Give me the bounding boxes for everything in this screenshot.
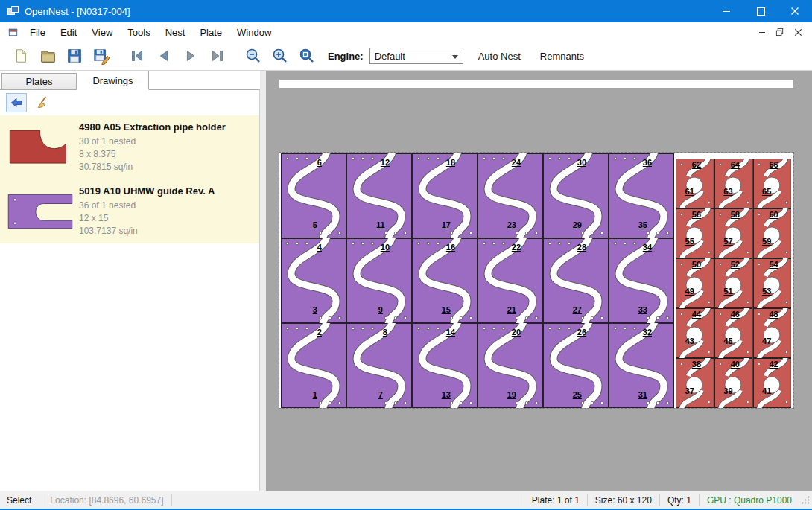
open-button[interactable] [34,44,61,68]
part-number: 17 [442,220,451,229]
nested-part-pair[interactable]: 5655 [676,208,714,258]
part-number: 24 [512,158,521,167]
part-number: 49 [685,287,694,296]
nested-part-pair[interactable]: 5453 [753,258,792,308]
tab-plates[interactable]: Plates [1,73,77,89]
load-drawing-button[interactable] [6,93,27,112]
nested-part-pair[interactable]: 21 [281,323,346,408]
nav-last-button[interactable] [204,44,231,68]
nested-part-pair[interactable]: 2423 [478,153,543,238]
nested-part-pair[interactable]: 5857 [714,208,753,258]
tab-drawings[interactable]: Drawings [77,71,149,90]
nav-next-button[interactable] [177,44,204,68]
nested-part-pair[interactable]: 1817 [412,153,478,238]
nested-part-pair[interactable]: 4645 [714,308,753,358]
engine-selected-value: Default [375,51,405,62]
save-button[interactable] [61,44,88,68]
part-number: 7 [378,390,383,399]
clear-drawings-button[interactable] [33,93,54,112]
nested-part-pair[interactable]: 5049 [676,258,714,308]
part-number: 51 [723,287,732,296]
child-restore-button[interactable] [772,25,788,39]
nav-first-button[interactable] [124,44,150,68]
nested-part-pair[interactable]: 3029 [543,153,609,238]
nested-part-pair[interactable]: 2827 [543,238,609,323]
part-number: 57 [723,237,732,246]
part-number: 62 [692,160,701,169]
part-number: 45 [723,337,732,345]
nested-part-pair[interactable]: 3433 [609,238,674,323]
drawing-item[interactable]: 4980 A05 Extraction pipe holder 30 of 1 … [0,115,259,179]
drawing-title: 5019 A10 UHMW guide Rev. A [79,185,215,197]
nested-part-pair[interactable]: 109 [346,238,412,323]
part-number: 20 [512,328,521,337]
nest-viewport[interactable]: 65 1211 1817 2423 30 [266,71,812,491]
part-number: 40 [731,360,740,369]
part-number: 23 [507,220,516,229]
menu-item-nest[interactable]: Nest [158,24,193,41]
drawing-item[interactable]: 5019 A10 UHMW guide Rev. A 36 of 1 neste… [0,179,259,243]
drawing-size: 8 x 8.375 [79,148,226,161]
nested-part-pair[interactable]: 87 [346,323,412,408]
part-number: 53 [762,287,771,296]
nested-part-pair[interactable]: 65 [281,153,346,238]
menu-item-window[interactable]: Window [229,24,279,41]
chevron-down-icon [452,55,458,59]
title-bar[interactable]: OpenNest - [N0317-004] [0,0,812,22]
nested-part-pair[interactable]: 3635 [609,153,674,238]
menu-item-plate[interactable]: Plate [192,24,229,41]
child-minimize-button[interactable] [754,25,770,39]
nested-part-pair[interactable]: 6059 [753,208,792,258]
part-number: 37 [685,386,694,395]
part-number: 66 [769,160,778,169]
part-number: 15 [442,305,451,314]
nested-part-pair[interactable]: 6261 [676,159,714,208]
part-number: 50 [692,260,701,269]
maximize-button[interactable] [743,0,778,22]
menu-item-tools[interactable]: Tools [120,24,157,41]
part-number: 43 [685,337,694,345]
nested-part-pair[interactable]: 3231 [609,323,674,408]
nested-part-pair[interactable]: 3837 [676,358,714,408]
panel-splitter[interactable] [260,71,266,491]
nested-part-pair[interactable]: 4039 [714,358,753,408]
zoom-out-icon [244,47,262,65]
status-mode: Select [0,495,42,506]
part-number: 60 [769,210,778,219]
menu-item-file[interactable]: File [22,24,53,41]
nested-part-pair[interactable]: 5251 [714,258,753,308]
nested-part-pair[interactable]: 43 [281,238,346,323]
save-as-button[interactable] [88,44,115,68]
nested-part-pair[interactable]: 1615 [412,238,478,323]
auto-nest-button[interactable]: Auto Nest [474,48,525,65]
document-window-icon[interactable] [7,27,19,38]
nested-part-pair[interactable]: 2019 [478,323,543,408]
nested-part-pair[interactable]: 6665 [753,159,792,208]
nested-part-pair[interactable]: 2221 [478,238,543,323]
menu-item-edit[interactable]: Edit [53,24,84,41]
nested-part-pair[interactable]: 1211 [346,153,412,238]
zoom-out-button[interactable] [240,44,267,68]
nested-part-pair[interactable]: 6463 [714,159,753,208]
zoom-in-button[interactable] [267,44,294,68]
nested-part-pair[interactable]: 4241 [753,358,792,408]
nested-part-pair[interactable]: 4443 [676,308,714,358]
part-number: 21 [507,305,516,314]
close-button[interactable] [778,0,812,22]
zoom-fit-button[interactable] [294,44,320,68]
part-number: 61 [685,187,694,196]
nested-part-pair[interactable]: 2625 [543,323,609,408]
prev-arrow-icon [156,48,172,64]
plate-sheet[interactable]: 65 1211 1817 2423 30 [279,153,793,408]
minimize-button[interactable] [709,0,743,22]
child-close-button[interactable] [790,25,806,39]
resize-grip[interactable] [801,495,811,505]
nested-part-pair[interactable]: 4847 [753,308,792,358]
nested-part-pair[interactable]: 1413 [412,323,478,408]
remnants-button[interactable]: Remnants [536,48,589,65]
new-button[interactable] [7,44,34,68]
broom-icon [36,95,51,110]
nav-prev-button[interactable] [150,44,177,68]
engine-select[interactable]: Default [369,48,463,64]
menu-item-view[interactable]: View [84,24,120,41]
